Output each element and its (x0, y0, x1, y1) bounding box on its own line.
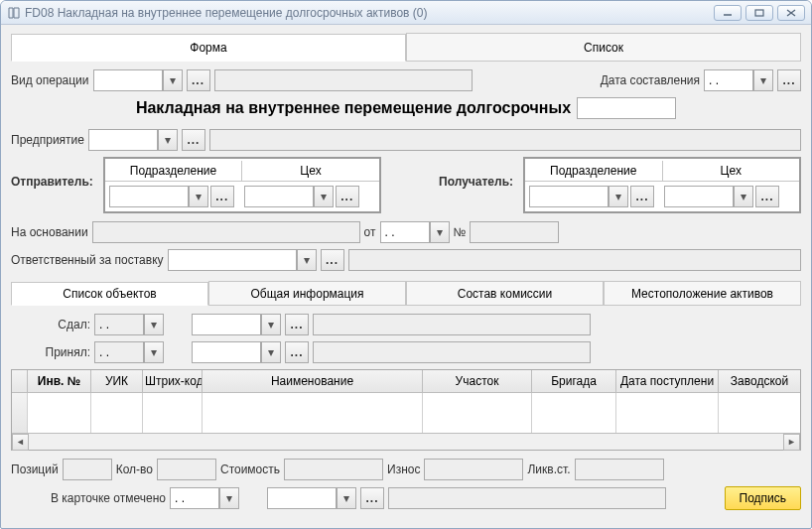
chevron-down-icon[interactable]: ▾ (189, 186, 208, 207)
took-combo[interactable]: ▾ (192, 341, 281, 363)
took-label: Принял: (11, 345, 90, 359)
enterprise-lookup[interactable]: ... (182, 129, 205, 151)
date-lookup[interactable]: ... (777, 69, 801, 91)
enterprise-combo[interactable]: ▾ (88, 129, 178, 151)
basis-num-field[interactable] (470, 221, 559, 243)
receiver-subdiv-lookup[interactable]: ... (630, 186, 654, 207)
sender-col-subdiv: Подразделение (105, 161, 242, 181)
cardmarked-lookup[interactable]: ... (360, 487, 384, 509)
chevron-down-icon[interactable]: ▾ (261, 341, 281, 363)
col-area[interactable]: Участок (423, 370, 532, 392)
col-inv[interactable]: Инв. № (28, 370, 91, 392)
col-factory[interactable]: Заводской (719, 370, 800, 392)
operation-combo[interactable]: ▾ (93, 69, 183, 91)
totals-positions-field (63, 459, 112, 480)
col-name[interactable]: Наименование (203, 370, 423, 392)
chevron-down-icon[interactable]: ▾ (734, 186, 753, 207)
totals-qty-field (157, 459, 216, 480)
sender-subdiv-combo[interactable]: ▾ (109, 186, 208, 207)
totals-positions-label: Позиций (11, 463, 59, 476)
responsible-lookup[interactable]: ... (321, 249, 344, 271)
col-date[interactable]: Дата поступлени (616, 370, 719, 392)
chevron-down-icon[interactable]: ▾ (430, 221, 450, 243)
responsible-combo[interactable]: ▾ (168, 249, 317, 271)
tab-list[interactable]: Список (406, 33, 801, 61)
receiver-subdiv-combo[interactable]: ▾ (529, 186, 628, 207)
heading-number[interactable] (577, 97, 676, 119)
chevron-down-icon[interactable]: ▾ (609, 186, 628, 207)
receiver-label: Получатель: (439, 157, 513, 189)
gave-date-combo[interactable]: . .▾ (94, 314, 164, 335)
titlebar: FD08 Накладная на внутреннее перемещение… (1, 1, 811, 25)
window-title: FD08 Накладная на внутреннее перемещение… (25, 6, 714, 20)
sub-tabs: Список объектов Общая информация Состав … (11, 281, 801, 306)
chevron-down-icon[interactable]: ▾ (753, 69, 773, 91)
row-gave: Сдал: . .▾ ▾ ... (11, 314, 801, 335)
sender-subdiv-lookup[interactable]: ... (210, 186, 234, 207)
totals-salvage-field (575, 459, 664, 480)
chevron-down-icon[interactable]: ▾ (297, 249, 317, 271)
took-date-combo[interactable]: . .▾ (94, 341, 164, 363)
horizontal-scrollbar[interactable]: ◄ ► (12, 433, 800, 450)
scroll-right-icon[interactable]: ► (783, 434, 800, 451)
subtab-location[interactable]: Местоположение активов (604, 281, 801, 305)
sender-label: Отправитель: (11, 157, 93, 189)
row-heading: Накладная на внутреннее перемещение долг… (11, 97, 801, 119)
tab-form[interactable]: Форма (11, 34, 406, 62)
took-desc (313, 341, 591, 363)
enterprise-desc (209, 129, 801, 151)
totals-wear-label: Износ (387, 463, 420, 476)
receiver-shop-combo[interactable]: ▾ (664, 186, 753, 207)
main-tabs: Форма Список (11, 33, 801, 62)
basis-date-combo[interactable]: . .▾ (380, 221, 450, 243)
scroll-left-icon[interactable]: ◄ (12, 434, 29, 451)
row-enterprise: Предприятие ▾ ... (11, 129, 801, 151)
chevron-down-icon[interactable]: ▾ (337, 487, 356, 509)
minimize-button[interactable] (714, 5, 742, 21)
data-grid[interactable]: Инв. № УИК Штрих-код Наименование Участо… (11, 369, 801, 451)
content-pane: Форма Список Вид операции ▾ ... Дата сос… (1, 25, 811, 524)
gave-combo[interactable]: ▾ (192, 314, 281, 335)
sender-shop-combo[interactable]: ▾ (244, 186, 334, 207)
row-totals: Позиций Кол-во Стоимость Износ Ликв.ст. (11, 459, 801, 480)
receiver-box: Подразделение Цех ▾... ▾... (523, 157, 801, 213)
date-label: Дата составления (601, 73, 700, 87)
chevron-down-icon[interactable]: ▾ (219, 487, 239, 509)
chevron-down-icon[interactable]: ▾ (261, 314, 281, 335)
maximize-button[interactable] (745, 5, 773, 21)
operation-lookup[interactable]: ... (187, 69, 210, 91)
receiver-col-subdiv: Подразделение (525, 161, 662, 181)
cardmarked-date-combo[interactable]: . .▾ (170, 487, 239, 509)
sender-shop-lookup[interactable]: ... (336, 186, 359, 207)
cardmarked-desc (388, 487, 666, 509)
page-title: Накладная на внутреннее перемещение долг… (136, 99, 571, 117)
subtab-commission[interactable]: Состав комиссии (406, 281, 604, 305)
subtab-general[interactable]: Общая информация (208, 281, 406, 305)
subtab-objects[interactable]: Список объектов (11, 282, 208, 306)
chevron-down-icon[interactable]: ▾ (144, 314, 164, 335)
col-uik[interactable]: УИК (91, 370, 143, 392)
window-buttons (714, 5, 805, 21)
chevron-down-icon[interactable]: ▾ (314, 186, 334, 207)
date-combo[interactable]: . .▾ (704, 69, 773, 91)
operation-desc (214, 69, 473, 91)
submit-button[interactable]: Подпись (725, 486, 802, 510)
totals-qty-label: Кол-во (116, 463, 153, 476)
totals-cost-label: Стоимость (220, 463, 280, 476)
chevron-down-icon[interactable]: ▾ (163, 69, 183, 91)
table-row[interactable] (12, 393, 800, 433)
gave-lookup[interactable]: ... (285, 314, 309, 335)
sender-col-shop: Цех (241, 161, 379, 181)
col-barcode[interactable]: Штрих-код (143, 370, 203, 392)
col-brigade[interactable]: Бригада (532, 370, 616, 392)
svg-rect-1 (755, 10, 763, 16)
basis-from: от (364, 225, 376, 239)
chevron-down-icon[interactable]: ▾ (144, 341, 164, 363)
close-button[interactable] (777, 5, 805, 21)
basis-field[interactable] (92, 221, 360, 243)
chevron-down-icon[interactable]: ▾ (158, 129, 178, 151)
took-lookup[interactable]: ... (285, 341, 309, 363)
receiver-shop-lookup[interactable]: ... (755, 186, 779, 207)
row-cardmarked: В карточке отмечено . .▾ ▾ ... Подпись (11, 486, 801, 510)
cardmarked-combo[interactable]: ▾ (267, 487, 356, 509)
